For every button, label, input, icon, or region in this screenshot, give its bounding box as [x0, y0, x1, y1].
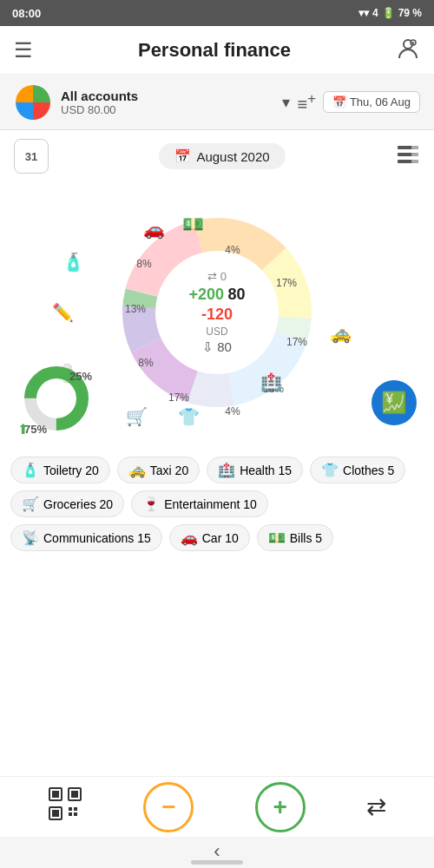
expense-button[interactable]: −: [143, 782, 194, 832]
chip-taxi[interactable]: 🚕 Taxi 20: [117, 457, 200, 483]
account-actions: ▾ ≡+ 📅 Thu, 06 Aug: [282, 90, 420, 115]
toiletry-chip-label: Toiletry 20: [43, 464, 99, 477]
clothes-chip-icon: 👕: [321, 462, 339, 478]
invest-icon[interactable]: 💹: [372, 380, 417, 425]
chip-car[interactable]: 🚗 Car 10: [169, 524, 250, 551]
profile-icon[interactable]: ♥: [396, 36, 420, 65]
calendar-day-button[interactable]: 31: [14, 139, 49, 174]
svg-rect-40: [69, 812, 72, 816]
time-label: 08:00: [12, 7, 41, 20]
communications-chip-icon: 📡: [22, 529, 39, 546]
clothes-chip-label: Clothes 5: [343, 464, 394, 477]
svg-rect-9: [411, 160, 418, 163]
transfer-button[interactable]: ⇄: [366, 792, 386, 821]
pen-emoji: ✏️: [52, 302, 74, 323]
calendar-day-label: 31: [25, 150, 37, 163]
taxi-emoji: 🚕: [330, 323, 352, 344]
bottom-navigation: − + ⇄: [0, 776, 434, 837]
svg-rect-35: [71, 791, 78, 798]
dropdown-button[interactable]: ▾: [282, 93, 290, 112]
up-arrow-icon: ⬆: [17, 421, 29, 437]
pie-chart-icon: [14, 83, 52, 122]
grocery-emoji: 🛒: [126, 406, 148, 427]
toiletry-chip-icon: 🧴: [22, 462, 39, 478]
svg-rect-7: [411, 146, 418, 149]
battery-label: 79 %: [398, 7, 422, 19]
month-badge[interactable]: 📅 August 2020: [159, 143, 285, 169]
network-icon: 4: [372, 7, 378, 19]
expense-label: -120: [188, 305, 245, 325]
menu-icon[interactable]: ☰: [14, 38, 33, 62]
small-donut-chart: 25% 75% ⬆: [17, 359, 95, 437]
svg-rect-8: [411, 153, 418, 156]
battery-icon: 🔋: [382, 7, 395, 19]
month-label: August 2020: [196, 149, 269, 164]
taxi-chip-label: Taxi 20: [150, 464, 188, 477]
svg-text:4%: 4%: [225, 405, 240, 418]
home-indicator: [191, 860, 243, 865]
date-button[interactable]: 📅 Thu, 06 Aug: [323, 91, 420, 113]
toiletry-emoji: 🧴: [62, 252, 84, 273]
nav-bottom-row: ‹: [0, 837, 434, 868]
account-name: All accounts: [61, 89, 273, 103]
account-info: All accounts USD 80.00: [61, 89, 273, 116]
balance-label: 80: [227, 286, 245, 303]
car-chip-label: Car 10: [202, 531, 239, 545]
entertainment-chip-icon: 🍷: [142, 496, 160, 512]
chip-bills[interactable]: 💵 Bills 5: [257, 524, 333, 551]
svg-rect-41: [74, 812, 77, 816]
svg-text:4%: 4%: [225, 244, 240, 256]
bills-chip-label: Bills 5: [290, 531, 322, 545]
main-content: 31 📅 August 2020: [0, 130, 434, 556]
income-button[interactable]: +: [255, 782, 306, 832]
health-chip-label: Health 15: [240, 464, 292, 477]
chip-communications[interactable]: 📡 Communications 15: [10, 524, 162, 551]
car-chip-icon: 🚗: [181, 529, 198, 546]
qr-button[interactable]: [48, 786, 82, 828]
app-header: ☰ Personal finance ♥: [0, 26, 434, 75]
category-chips: 🧴 Toiletry 20 🚕 Taxi 20 🏥 Health 15 👕 Cl…: [0, 451, 434, 556]
svg-text:13%: 13%: [125, 303, 146, 315]
chip-health[interactable]: 🏥 Health 15: [207, 457, 303, 483]
chip-entertainment[interactable]: 🍷 Entertainment 10: [131, 490, 268, 517]
svg-text:8%: 8%: [138, 357, 154, 369]
account-bar: All accounts USD 80.00 ▾ ≡+ 📅 Thu, 06 Au…: [0, 75, 434, 130]
bills-emoji: 💵: [182, 214, 204, 234]
invest-emoji: 💹: [381, 391, 407, 415]
view-toggle-button[interactable]: [396, 142, 420, 171]
bills-chip-icon: 💵: [268, 529, 286, 546]
add-list-button[interactable]: ≡+: [297, 90, 315, 115]
svg-text:8%: 8%: [136, 258, 152, 270]
svg-text:17%: 17%: [286, 336, 307, 348]
svg-text:17%: 17%: [276, 277, 297, 289]
svg-rect-37: [52, 810, 59, 817]
svg-text:♥: ♥: [411, 40, 414, 46]
status-bar: 08:00 ▾▾ 4 🔋 79 %: [0, 0, 434, 26]
account-amount: USD 80.00: [61, 103, 273, 116]
taxi-chip-icon: 🚕: [128, 462, 146, 478]
svg-rect-38: [69, 807, 72, 811]
transfer-arrow-icon: ⇄ 0: [188, 270, 245, 285]
date-label: Thu, 06 Aug: [350, 95, 411, 108]
communications-chip-label: Communications 15: [43, 531, 151, 545]
chip-clothes[interactable]: 👕 Clothes 5: [310, 457, 405, 483]
status-icons: ▾▾ 4 🔋 79 %: [358, 7, 422, 19]
chip-toiletry[interactable]: 🧴 Toiletry 20: [10, 457, 110, 483]
svg-rect-39: [74, 807, 77, 811]
income-label: +200: [188, 286, 224, 303]
balance2-label: ⇩ 80: [188, 339, 245, 356]
app-title: Personal finance: [138, 39, 291, 62]
car-emoji: 🚗: [143, 219, 165, 240]
health-emoji: 🏥: [260, 372, 282, 392]
shirt-emoji: 👕: [178, 406, 200, 427]
entertainment-chip-label: Entertainment 10: [164, 497, 257, 511]
health-chip-icon: 🏥: [218, 462, 235, 478]
currency-label: USD: [188, 325, 245, 339]
month-calendar-icon: 📅: [174, 148, 191, 164]
chip-groceries[interactable]: 🛒 Groceries 20: [10, 490, 124, 517]
svg-rect-33: [52, 791, 59, 798]
chart-area: 4% 17% 17% 13% 4% 17% 8% 13% 8% ⇄ 0 +200…: [0, 174, 434, 451]
signal-icon: ▾▾: [358, 7, 369, 19]
calendar-icon: 📅: [332, 95, 346, 108]
month-navigation: 31 📅 August 2020: [0, 130, 434, 174]
